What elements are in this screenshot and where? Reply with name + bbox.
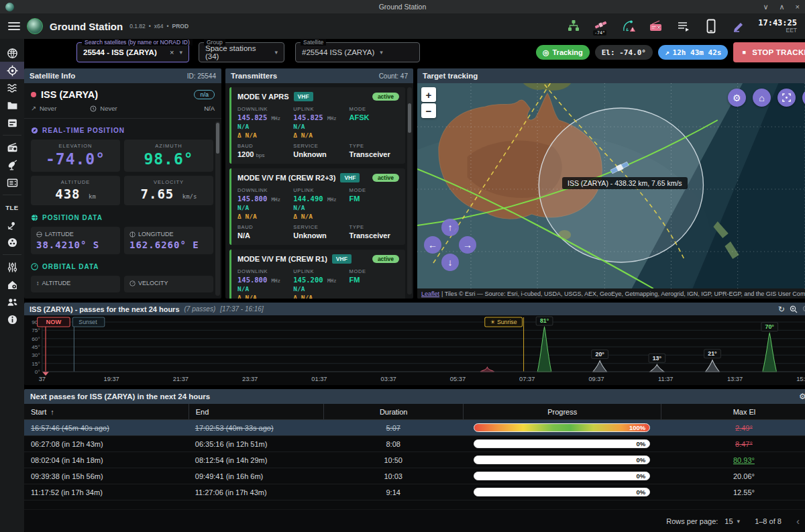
band-badge: VHF: [340, 173, 360, 182]
leaflet-link[interactable]: Leaflet: [421, 290, 439, 297]
sidebar-item-orbit[interactable]: [0, 216, 24, 233]
chevron-down-icon[interactable]: ▾: [274, 49, 278, 56]
pan-down-button[interactable]: ↓: [441, 254, 459, 271]
close-icon[interactable]: ×: [796, 3, 800, 11]
pan-up-button[interactable]: ↑: [441, 219, 459, 236]
satellite-na: N/A: [204, 105, 215, 112]
sidebar-item-station[interactable]: [0, 276, 24, 293]
chart-zoom-out-icon[interactable]: [802, 305, 805, 313]
menu-icon[interactable]: [8, 19, 20, 33]
column-start[interactable]: Start↑: [24, 404, 189, 419]
tracked-satellite-icon[interactable]: -74°: [593, 17, 609, 35]
map-settings-button[interactable]: ⚙: [728, 89, 746, 107]
stop-tracking-button[interactable]: ■ STOP TRACKING: [733, 42, 805, 62]
pan-right-button[interactable]: →: [459, 236, 476, 254]
sidebar-item-about[interactable]: [0, 311, 24, 328]
svg-text:11:37: 11:37: [658, 376, 674, 382]
map-zoom-in-button[interactable]: +: [421, 87, 436, 102]
chart-title: ISS (ZARYA) - passes for the next 24 hou…: [30, 305, 180, 313]
target-tracking-title: Target tracking: [423, 72, 478, 80]
map-attribution: Leaflet | Tiles © Esri — Source: Esri, i…: [417, 288, 805, 299]
radio-offline-icon[interactable]: [648, 17, 664, 35]
transmitters-title: Transmitters: [231, 72, 277, 80]
sidebar-item-operators[interactable]: [0, 293, 24, 311]
column-end[interactable]: End: [189, 404, 323, 419]
table-row[interactable]: 08:02:04 (in 14h 18m) 08:12:54 (in 14h 2…: [24, 452, 805, 468]
sidebar-item-schedule[interactable]: [0, 114, 24, 131]
globe-icon: [36, 231, 42, 237]
svg-text:☀ Sunrise: ☀ Sunrise: [490, 319, 517, 325]
column-duration[interactable]: Duration: [323, 404, 463, 419]
launch-date: Never: [40, 105, 56, 112]
map-center-target-button[interactable]: [777, 89, 796, 107]
scrollbar[interactable]: [407, 87, 412, 295]
rotator-status-icon[interactable]: [566, 17, 582, 35]
chevron-down-icon[interactable]: ▾: [179, 49, 182, 56]
column-progress[interactable]: Progress: [463, 404, 661, 419]
table-row[interactable]: 16:57:46 (45m 40s ago) 17:02:53 (40m 33s…: [24, 420, 805, 436]
sidebar-item-tle[interactable]: TLE: [0, 199, 24, 216]
pan-left-button[interactable]: ←: [424, 236, 441, 254]
table-row[interactable]: 06:27:08 (in 12h 43m) 06:35:16 (in 12h 5…: [24, 436, 805, 452]
minimize-icon[interactable]: ∨: [763, 3, 768, 11]
passes-chart[interactable]: 0°15°30°45°60°75°90°3719:3721:3723:3701:…: [24, 315, 805, 385]
map-home-button[interactable]: ⌂: [753, 89, 771, 107]
progress-bar: 0%: [474, 456, 650, 464]
svg-text:!: !: [632, 28, 633, 32]
satellite-label: Satellite: [301, 39, 326, 46]
chevron-down-icon[interactable]: ▾: [380, 49, 383, 56]
column-maxel[interactable]: Max El: [661, 404, 805, 419]
mobile-app-icon[interactable]: [703, 17, 719, 35]
sidebar-item-transmitters[interactable]: [0, 174, 24, 191]
page-range: 1–8 of 8: [755, 517, 782, 525]
passes-chart-panel: ISS (ZARYA) - passes for the next 24 hou…: [24, 303, 805, 385]
satellite-info-scroll[interactable]: REAL-TIME POSITION ELEVATION -74.0° AZIM…: [24, 119, 221, 299]
search-input[interactable]: Search satellites (by name or NORAD ID) …: [76, 42, 189, 62]
sidebar-item-tracking[interactable]: [0, 62, 24, 79]
scrollbar[interactable]: [215, 121, 220, 296]
transmitters-count: Count: 47: [379, 72, 408, 80]
transmitter-card[interactable]: MODE V/V FM (CREW R1) VHF active DOWNLIN…: [229, 250, 405, 299]
table-title: Next passes for ISS (ZARYA) in the next …: [30, 392, 210, 401]
velocity-stat: VELOCITY 7.65 km/s: [124, 176, 213, 205]
sidebar-item-rotator[interactable]: [0, 156, 24, 174]
svg-text:05:37: 05:37: [450, 376, 466, 382]
group-select[interactable]: Group Space stations (34) ▾: [199, 42, 284, 62]
sidebar-item-radio[interactable]: [0, 139, 24, 156]
log-list-icon[interactable]: [676, 17, 692, 35]
svg-text:15°: 15°: [32, 361, 40, 367]
map-zoom-out-button[interactable]: −: [421, 103, 436, 118]
table-row[interactable]: 09:39:38 (in 15h 56m) 09:49:41 (in 16h 6…: [24, 468, 805, 484]
sidebar-item-files[interactable]: [0, 97, 24, 114]
map-fullscreen-button[interactable]: [802, 89, 805, 107]
prev-page-button[interactable]: ‹: [796, 515, 800, 527]
maximize-icon[interactable]: ∧: [780, 3, 785, 11]
rows-per-page[interactable]: Rows per page: 15 ▾: [666, 517, 740, 525]
sidebar-item-passes[interactable]: [0, 79, 24, 97]
chart-range: [17:37 - 16:16]: [220, 305, 264, 313]
table-settings-icon[interactable]: ⚙: [799, 392, 805, 401]
svg-text:13°: 13°: [653, 355, 662, 362]
sidebar-item-recordings[interactable]: [0, 233, 24, 251]
edit-pencil-icon[interactable]: [731, 17, 747, 35]
svg-text:19:37: 19:37: [104, 376, 119, 382]
transmitter-card[interactable]: MODE V/V FM (CREW R2+3) VHF active DOWNL…: [229, 168, 405, 245]
svg-text:37: 37: [39, 376, 46, 382]
search-label: Search satellites (by name or NORAD ID): [82, 39, 193, 46]
table-row[interactable]: 11:17:52 (in 17h 34m) 11:27:06 (in 17h 4…: [24, 484, 805, 500]
clear-icon[interactable]: ×: [170, 48, 174, 56]
rotator-elevation-badge: -74°: [593, 30, 606, 36]
chart-zoom-in-icon[interactable]: [790, 305, 798, 313]
sidebar-item-globe[interactable]: [0, 44, 24, 62]
orbital-altitude-box: ↕ALTITUDE: [31, 276, 120, 292]
antenna-alert-icon[interactable]: !: [621, 17, 637, 35]
transmitters-scroll[interactable]: MODE V APRS VHF active DOWNLINKUPLINKMOD…: [225, 83, 413, 299]
band-badge: VHF: [332, 254, 352, 264]
sidebar-item-settings-sliders[interactable]: [0, 258, 24, 276]
chart-refresh-icon[interactable]: ↻: [778, 305, 785, 314]
map-canvas[interactable]: + − ⚙ ⌂ ↑ ← → ↓ ISS (ZARY: [417, 83, 805, 288]
svg-text:13:37: 13:37: [727, 376, 743, 382]
stop-icon: ■: [742, 49, 746, 56]
satellite-select[interactable]: Satellite #25544 ISS (ZARYA) ▾: [295, 42, 420, 62]
transmitter-card[interactable]: MODE V APRS VHF active DOWNLINKUPLINKMOD…: [229, 87, 405, 164]
